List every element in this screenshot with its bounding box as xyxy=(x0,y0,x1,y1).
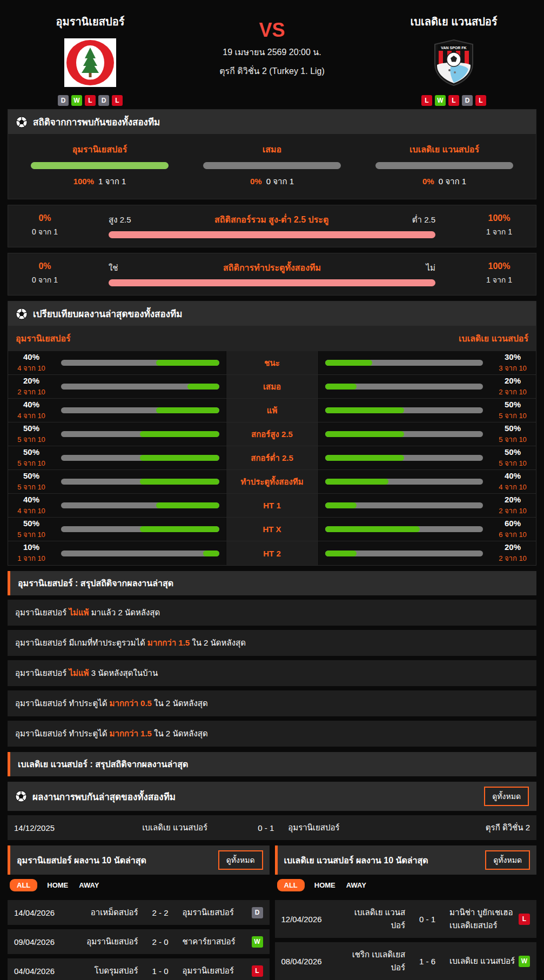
away-bar-wrap xyxy=(319,470,490,493)
away-bar-fill xyxy=(325,526,420,532)
compare-row-label: สกอร์ต่ำ 2.5 xyxy=(226,446,319,469)
summary-text: อุมรานิเยสปอร์ xyxy=(15,668,69,677)
away-bar-fill xyxy=(325,455,404,461)
home-stat: 20%2 จาก 10 xyxy=(8,375,55,398)
home-bar-fill xyxy=(140,431,219,437)
btts-right-stat: 100% 1 จาก 1 xyxy=(469,261,529,286)
away-count: 5 จาก 10 xyxy=(499,458,527,469)
result-badge: L xyxy=(252,965,263,977)
tab-home[interactable]: HOME xyxy=(46,879,69,891)
btts-no-label: ไม่ xyxy=(426,261,435,274)
away-bar xyxy=(325,384,483,390)
compare-row-label: ชนะ xyxy=(226,351,319,374)
home-bar xyxy=(61,384,219,390)
form-badge: L xyxy=(421,95,432,106)
summary-text: อุมรานิเยสปอร์ xyxy=(15,608,69,617)
away-count: 6 จาก 10 xyxy=(499,529,527,540)
summary-text: ใน 2 นัดหลังสุด xyxy=(190,638,246,647)
compare-row: 50%5 จาก 10ทำประตูทั้งสองทีม40%4 จาก 10 xyxy=(8,470,536,494)
ou-right-count: 1 จาก 1 xyxy=(469,226,529,238)
tab-all[interactable]: ALL xyxy=(10,879,37,891)
form-badge: W xyxy=(71,95,82,106)
tab-away[interactable]: AWAY xyxy=(78,879,100,891)
away-count: 2 จาก 10 xyxy=(499,553,527,564)
h2h-column-stats: 0%0 จาก 1 xyxy=(422,175,466,188)
match-home-team: เชริก เบเลดิเยสปอร์ xyxy=(346,948,411,974)
home-bar-fill xyxy=(156,360,219,366)
soccer-ball-icon xyxy=(15,790,27,802)
tab-home[interactable]: HOME xyxy=(313,879,337,891)
home-stat: 40%4 จาก 10 xyxy=(8,494,55,517)
ou-right-stat: 100% 1 จาก 1 xyxy=(469,213,529,238)
result-row[interactable]: 14/04/2026อาเหม็ดสปอร์2 - 2อุมรานิเยสปอร… xyxy=(8,900,270,925)
match-away-team: ชาคาร์ยาสปอร์ xyxy=(177,935,252,948)
form-badge: L xyxy=(475,95,486,106)
home-bar-wrap xyxy=(55,375,226,398)
home-count: 1 จาก 10 xyxy=(17,553,45,564)
summary-text: มาแล้ว 2 นัดหลังสุด xyxy=(89,608,160,617)
home-results-view-all-button[interactable]: ดูทั้งหมด xyxy=(218,850,263,870)
away-stat: 20%2 จาก 10 xyxy=(489,494,536,517)
tab-all[interactable]: ALL xyxy=(277,879,305,891)
page: อุมรานิเยสปอร์ 1938 DWLDL VS 19 เมษายน 2… xyxy=(0,0,544,980)
h2h-bar xyxy=(375,162,513,169)
away-percent: 40% xyxy=(505,471,521,480)
home-results-tabs: ALL HOME AWAY xyxy=(8,875,270,896)
result-row[interactable]: 09/04/2026อุมรานิเยสปอร์2 - 0ชาคาร์ยาสปอ… xyxy=(8,929,270,954)
result-row[interactable]: 12/04/2026เบเลดิเย แวนสปอร์0 - 1มานิช่า … xyxy=(275,900,537,938)
away-summary-title: เบเลดิเย แวนสปอร์ : สรุปสถิติจากผลงานล่า… xyxy=(8,752,536,776)
ou-right-percent: 100% xyxy=(469,213,529,223)
home-bar xyxy=(61,360,219,366)
result-row[interactable]: 04/04/2026โบดรุมสปอร์1 - 0อุมรานิเยสปอร์… xyxy=(8,958,270,980)
compare-row-label: HT 1 xyxy=(226,494,319,517)
home-count: 5 จาก 10 xyxy=(17,529,45,540)
away-stat: 60%6 จาก 10 xyxy=(489,518,536,541)
away-bar-wrap xyxy=(319,494,490,517)
match-datetime: 19 เมษายน 2569 20:00 น. xyxy=(223,45,321,59)
h2h-stats-title: สถิติจากการพบกันของทั้งสองทีม xyxy=(33,115,160,129)
h2h-view-all-button[interactable]: ดูทั้งหมด xyxy=(484,787,529,806)
h2h-matches-section: ผลงานการพบกันล่าสุดของทั้งสองทีม ดูทั้งห… xyxy=(8,782,536,840)
home-percent: 40% xyxy=(23,352,39,361)
away-bar xyxy=(325,407,483,413)
away-percent: 50% xyxy=(505,447,521,457)
ou-bar xyxy=(109,231,435,238)
svg-text:1938: 1938 xyxy=(86,79,94,82)
away-stat: 50%5 จาก 10 xyxy=(489,422,536,446)
compare-row-label: ทำประตูทั้งสองทีม xyxy=(226,470,319,493)
away-bar-fill xyxy=(325,551,357,556)
compare-header: เปรียบเทียบผลงานล่าสุดของทั้งสองทีม xyxy=(8,301,536,326)
result-row[interactable]: 08/04/2026เชริก เบเลดิเยสปอร์1 - 6เบเลดิ… xyxy=(275,942,537,980)
away-bar-wrap xyxy=(319,422,490,446)
match-away-team: เบเลดิเย แวนสปอร์ xyxy=(444,955,519,968)
home-bar-wrap xyxy=(55,422,226,446)
compare-home-name: อุมรานิเยสปอร์ xyxy=(16,332,71,345)
h2h-column-label: เสมอ xyxy=(263,143,281,156)
compare-row: 40%4 จาก 10HT 120%2 จาก 10 xyxy=(8,494,536,518)
away-stat: 20%2 จาก 10 xyxy=(489,541,536,565)
home-bar-fill xyxy=(203,551,219,556)
tab-away[interactable]: AWAY xyxy=(345,879,367,891)
away-bar xyxy=(325,502,483,508)
h2h-stats-panel: สถิติจากการพบกันของทั้งสองทีม อุมรานิเยส… xyxy=(8,109,536,199)
away-summary-section: เบเลดิเย แวนสปอร์ : สรุปสถิติจากผลงานล่า… xyxy=(8,752,536,776)
home-percent: 20% xyxy=(23,376,39,385)
h2h-stats-columns: อุมรานิเยสปอร์100%1 จาก 1เสมอ0%0 จาก 1เบ… xyxy=(8,134,536,199)
h2h-column: เบเลดิเย แวนสปอร์0%0 จาก 1 xyxy=(358,143,530,188)
home-percent: 50% xyxy=(23,519,39,528)
away-bar-wrap xyxy=(319,518,490,541)
home-bar-fill xyxy=(156,407,219,413)
home-bar-wrap xyxy=(55,399,226,422)
home-team-block: อุมรานิเยสปอร์ 1938 DWLDL xyxy=(8,13,173,106)
compare-row-label: HT X xyxy=(226,518,319,541)
count-value: 0 จาก 1 xyxy=(266,177,294,186)
h2h-match-row[interactable]: 14/12/2025เบเลดิเย แวนสปอร์0 - 1อุมรานิเ… xyxy=(8,815,536,840)
away-bar xyxy=(325,526,483,532)
h2h-bar xyxy=(203,162,341,169)
summary-text: 3 นัดหลังสุดในบ้าน xyxy=(89,668,158,677)
away-results-view-all-button[interactable]: ดูทั้งหมด xyxy=(485,850,530,870)
result-badge: W xyxy=(252,936,263,948)
home-count: 4 จาก 10 xyxy=(17,505,45,516)
away-percent: 20% xyxy=(505,495,521,504)
away-count: 2 จาก 10 xyxy=(499,386,527,398)
